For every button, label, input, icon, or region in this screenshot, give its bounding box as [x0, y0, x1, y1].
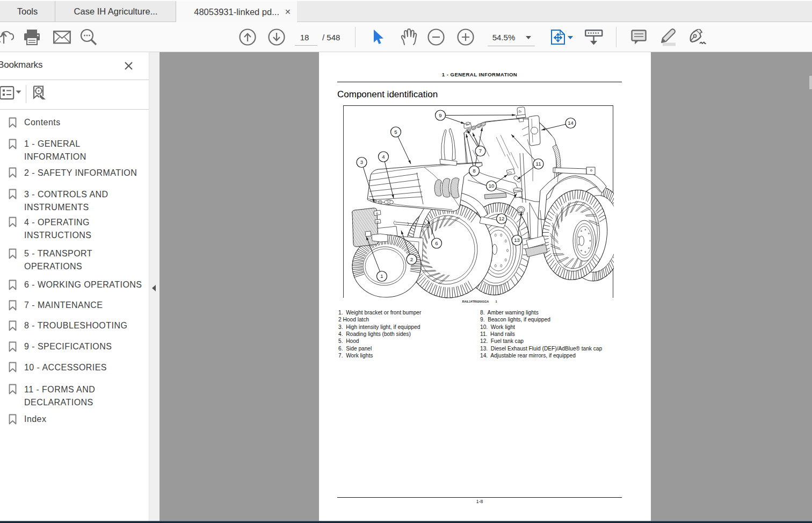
svg-text:12: 12: [498, 216, 504, 221]
svg-text:8: 8: [473, 168, 475, 174]
svg-text:5: 5: [394, 128, 397, 134]
svg-text:13: 13: [514, 237, 520, 243]
svg-text:2: 2: [410, 256, 412, 262]
svg-text:10: 10: [488, 183, 494, 189]
svg-text:9: 9: [439, 112, 441, 118]
svg-text:3: 3: [360, 159, 363, 165]
svg-text:4: 4: [382, 153, 385, 159]
svg-text:1: 1: [380, 273, 383, 279]
svg-text:14: 14: [568, 120, 574, 126]
svg-text:11: 11: [535, 161, 541, 167]
svg-text:7: 7: [479, 148, 481, 154]
svg-text:6: 6: [435, 240, 438, 246]
